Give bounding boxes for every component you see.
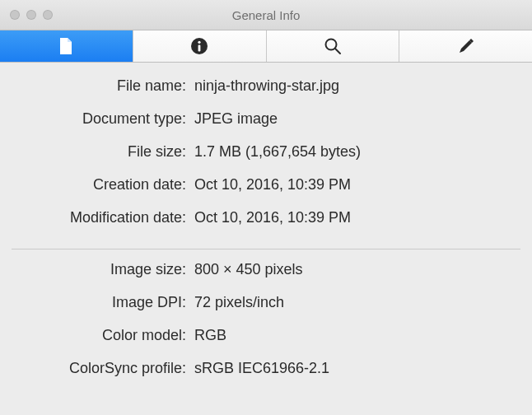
value-file-name: ninja-throwing-star.jpg	[193, 77, 339, 95]
label-image-dpi: Image DPI:	[0, 294, 193, 311]
row-color-model: Color model: RGB	[0, 327, 532, 360]
label-image-size: Image size:	[0, 261, 193, 278]
row-image-size: Image size: 800 × 450 pixels	[0, 261, 532, 294]
search-icon	[324, 37, 342, 55]
search-tab[interactable]	[267, 30, 400, 62]
row-creation-date: Creation date: Oct 10, 2016, 10:39 PM	[0, 176, 532, 209]
row-file-size: File size: 1.7 MB (1,667,654 bytes)	[0, 143, 532, 176]
value-image-dpi: 72 pixels/inch	[193, 294, 284, 311]
label-creation-date: Creation date:	[0, 176, 193, 194]
info-body: File name: ninja-throwing-star.jpg Docum…	[0, 63, 532, 415]
file-tab[interactable]	[0, 30, 133, 62]
minimize-window-button[interactable]	[26, 10, 36, 20]
pencil-icon	[457, 37, 475, 55]
row-document-type: Document type: JPEG image	[0, 110, 532, 143]
value-creation-date: Oct 10, 2016, 10:39 PM	[193, 176, 351, 194]
row-colorsync-profile: ColorSync profile: sRGB IEC61966-2.1	[0, 360, 532, 393]
value-color-model: RGB	[193, 327, 226, 344]
file-icon	[58, 37, 74, 55]
row-file-name: File name: ninja-throwing-star.jpg	[0, 77, 532, 110]
value-modification-date: Oct 10, 2016, 10:39 PM	[193, 209, 351, 226]
traffic-lights	[0, 10, 53, 20]
row-image-dpi: Image DPI: 72 pixels/inch	[0, 294, 532, 327]
window-title: General Info	[0, 8, 532, 22]
general-info-window: General Info	[0, 0, 532, 415]
info-tab[interactable]	[133, 30, 267, 62]
svg-rect-2	[198, 44, 201, 51]
label-modification-date: Modification date:	[0, 209, 193, 226]
titlebar: General Info	[0, 0, 532, 30]
label-document-type: Document type:	[0, 110, 193, 128]
value-image-size: 800 × 450 pixels	[193, 261, 303, 278]
label-colorsync-profile: ColorSync profile:	[0, 360, 193, 377]
toolbar	[0, 30, 532, 63]
close-window-button[interactable]	[10, 10, 20, 20]
edit-tab[interactable]	[399, 30, 532, 62]
row-modification-date: Modification date: Oct 10, 2016, 10:39 P…	[0, 209, 532, 242]
section-divider	[12, 249, 520, 249]
label-color-model: Color model:	[0, 327, 193, 344]
value-document-type: JPEG image	[193, 110, 278, 128]
label-file-name: File name:	[0, 77, 193, 95]
label-file-size: File size:	[0, 143, 193, 161]
info-icon	[190, 37, 208, 55]
svg-line-4	[335, 49, 340, 54]
value-colorsync-profile: sRGB IEC61966-2.1	[193, 360, 329, 377]
zoom-window-button[interactable]	[43, 10, 53, 20]
svg-point-1	[198, 41, 201, 44]
value-file-size: 1.7 MB (1,667,654 bytes)	[193, 143, 361, 161]
